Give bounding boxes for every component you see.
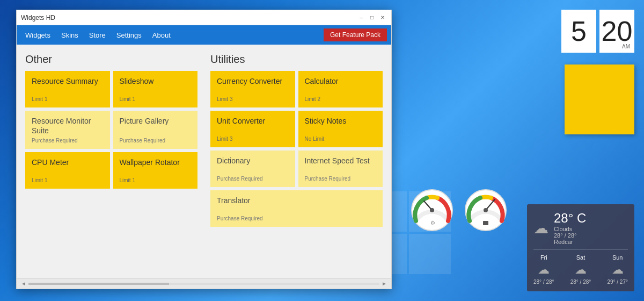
widget-currency-converter-limit: Limit 3	[217, 96, 289, 102]
widget-sticky-notes-name: Sticky Notes	[305, 116, 377, 126]
widget-wallpaper-rotator[interactable]: Wallpaper Rotator Limit 1	[113, 152, 198, 189]
forecast-friday: Fri ☁ 28° / 28°	[533, 254, 554, 285]
widget-translator-limit: Purchase Required	[217, 216, 376, 221]
widget-resource-summary-limit: Limit 1	[32, 96, 104, 102]
widget-calculator-limit: Limit 2	[305, 96, 377, 102]
menu-about[interactable]: About	[148, 29, 175, 41]
widget-slideshow[interactable]: Slideshow Limit 1	[113, 71, 198, 108]
widget-resource-monitor-name: Resource Monitor Suite	[32, 116, 104, 135]
gauge-right	[462, 186, 510, 236]
sticky-note-widget	[565, 64, 634, 134]
window-status: ◄	[21, 281, 26, 286]
weather-condition: Clouds	[554, 226, 586, 232]
widget-calculator[interactable]: Calculator Limit 2	[298, 71, 383, 108]
forecast-sun-temp: 29° / 27°	[607, 279, 628, 285]
widget-cpu-meter-limit: Limit 1	[32, 177, 104, 183]
widget-internet-speed-test-limit: Purchase Required	[305, 176, 377, 182]
widget-internet-speed-test-name: Internet Speed Test	[305, 156, 377, 166]
window-content: Other Resource Summary Limit 1 Slideshow…	[17, 45, 391, 278]
other-section-title: Other	[25, 53, 197, 66]
widget-wallpaper-rotator-limit: Limit 1	[120, 177, 192, 183]
widget-unit-converter-limit: Limit 3	[217, 136, 289, 142]
widget-dictionary[interactable]: Dictionary Purchase Required	[210, 150, 295, 187]
weather-temperature: 28° C	[554, 211, 586, 226]
svg-point-6	[484, 208, 488, 212]
window-bottombar: ◄ ►	[17, 278, 391, 289]
widget-sticky-notes[interactable]: Sticky Notes No Limit	[298, 111, 383, 147]
forecast-fri-label: Fri	[533, 254, 554, 261]
gauge-left: ⚙	[408, 186, 456, 236]
get-feature-pack-button[interactable]: Get Feature Pack	[324, 28, 387, 41]
window-controls[interactable]: – □ ✕	[357, 13, 387, 22]
forecast-sat-temp: 28° / 28°	[570, 279, 591, 285]
weather-location: Redcar	[554, 239, 586, 245]
widget-slideshow-limit: Limit 1	[120, 96, 192, 102]
widget-sticky-notes-limit: No Limit	[305, 136, 377, 142]
weather-widget: ☁ 28° C Clouds 28° / 28° Redcar Fri ☁ 28…	[527, 204, 634, 291]
forecast-sun-label: Sun	[607, 254, 628, 261]
svg-point-2	[430, 208, 434, 212]
clock-minute-wrapper: 20 AM	[599, 10, 634, 53]
menu-settings[interactable]: Settings	[112, 29, 146, 41]
widget-cpu-meter-name: CPU Meter	[32, 157, 104, 167]
widget-unit-converter-name: Unit Converter	[217, 116, 289, 126]
widget-translator-name: Translator	[217, 196, 376, 205]
utilities-section-title: Utilities	[210, 53, 383, 66]
utilities-widget-grid: Currency Converter Limit 3 Calculator Li…	[210, 71, 383, 227]
minimize-button[interactable]: –	[357, 13, 365, 22]
widget-internet-speed-test[interactable]: Internet Speed Test Purchase Required	[298, 150, 383, 187]
menu-skins[interactable]: Skins	[57, 29, 83, 41]
clock-widget: 5 20 AM	[561, 10, 634, 53]
widget-translator[interactable]: Translator Purchase Required	[210, 190, 383, 227]
weather-cloud-icon: ☁	[533, 219, 548, 237]
menu-widgets[interactable]: Widgets	[21, 29, 55, 41]
maximize-button[interactable]: □	[368, 13, 376, 22]
widget-currency-converter[interactable]: Currency Converter Limit 3	[210, 71, 295, 108]
weather-forecast: Fri ☁ 28° / 28° Sat ☁ 28° / 28° Sun ☁ 29…	[533, 249, 628, 285]
widget-picture-gallery-limit: Purchase Required	[120, 138, 192, 144]
weather-range: 28° / 28°	[554, 232, 586, 239]
forecast-sat-icon: ☁	[570, 263, 591, 277]
forecast-sunday: Sun ☁ 29° / 27°	[607, 254, 628, 285]
forecast-fri-temp: 28° / 28°	[533, 279, 554, 285]
widget-dictionary-name: Dictionary	[217, 156, 289, 166]
window-titlebar: Widgets HD – □ ✕	[17, 10, 391, 25]
forecast-saturday: Sat ☁ 28° / 28°	[570, 254, 591, 285]
window-menubar: Widgets Skins Store Settings About Get F…	[17, 25, 391, 45]
widget-cpu-meter[interactable]: CPU Meter Limit 1	[25, 152, 110, 189]
clock-ampm: AM	[620, 42, 632, 51]
menu-store[interactable]: Store	[85, 29, 110, 41]
weather-current: ☁ 28° C Clouds 28° / 28° Redcar	[533, 211, 628, 245]
svg-text:⚙: ⚙	[430, 220, 435, 226]
widget-wallpaper-rotator-name: Wallpaper Rotator	[120, 157, 192, 167]
forecast-sun-icon: ☁	[607, 263, 628, 277]
weather-info: 28° C Clouds 28° / 28° Redcar	[554, 211, 586, 245]
scrollbar-thumb[interactable]	[28, 283, 169, 285]
gauge-widget: ⚙	[408, 186, 510, 236]
forecast-sat-label: Sat	[570, 254, 591, 261]
window-status-right: ►	[382, 281, 387, 286]
clock-hour: 5	[561, 10, 596, 53]
svg-rect-7	[483, 221, 488, 225]
other-section: Other Resource Summary Limit 1 Slideshow…	[25, 53, 197, 269]
close-button[interactable]: ✕	[378, 13, 387, 22]
widget-calculator-name: Calculator	[305, 76, 377, 86]
scrollbar-track[interactable]	[28, 283, 379, 285]
widget-resource-summary-name: Resource Summary	[32, 76, 104, 86]
widget-dictionary-limit: Purchase Required	[217, 176, 289, 182]
widget-resource-monitor-limit: Purchase Required	[32, 138, 104, 144]
widget-resource-monitor[interactable]: Resource Monitor Suite Purchase Required	[25, 111, 110, 149]
window-title: Widgets HD	[21, 14, 55, 22]
widget-picture-gallery[interactable]: Picture Gallery Purchase Required	[113, 111, 198, 149]
widget-currency-converter-name: Currency Converter	[217, 76, 289, 86]
other-widget-grid: Resource Summary Limit 1 Slideshow Limit…	[25, 71, 197, 189]
widget-slideshow-name: Slideshow	[120, 76, 192, 86]
forecast-fri-icon: ☁	[533, 263, 554, 277]
widget-picture-gallery-name: Picture Gallery	[120, 116, 192, 126]
app-window: Widgets HD – □ ✕ Widgets Skins Store Set…	[16, 10, 392, 289]
widget-resource-summary[interactable]: Resource Summary Limit 1	[25, 71, 110, 108]
widget-unit-converter[interactable]: Unit Converter Limit 3	[210, 111, 295, 147]
utilities-section: Utilities Currency Converter Limit 3 Cal…	[210, 53, 383, 269]
